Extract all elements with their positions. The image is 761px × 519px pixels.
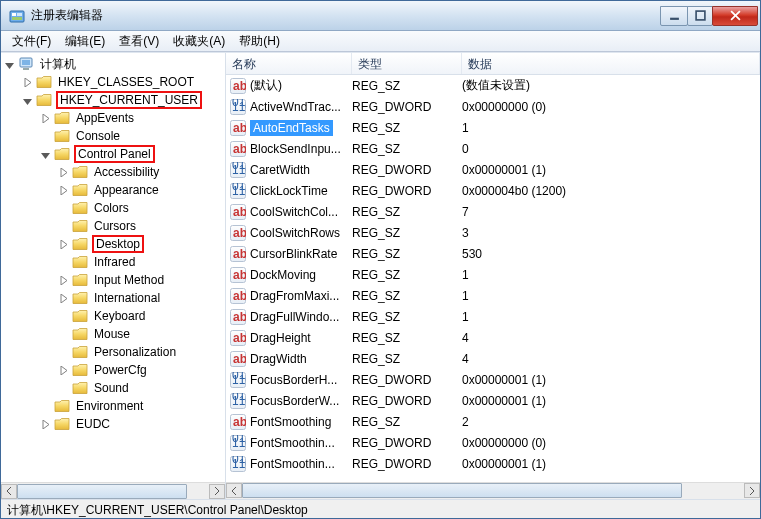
collapse-icon[interactable] [21, 94, 34, 107]
tree-item-inputmethod[interactable]: Input Method [3, 271, 225, 289]
expand-icon[interactable] [21, 76, 34, 89]
tree-item-colors[interactable]: Colors [3, 199, 225, 217]
scroll-left-icon[interactable] [1, 484, 17, 499]
folder-icon [72, 273, 88, 287]
tree-item-sound[interactable]: Sound [3, 379, 225, 397]
expand-icon[interactable] [57, 292, 70, 305]
tree-root-computer[interactable]: 计算机 [3, 55, 225, 73]
svg-text:ab: ab [233, 268, 246, 282]
value-name: FontSmoothin... [250, 457, 352, 471]
tree-item-eudc[interactable]: EUDC [3, 415, 225, 433]
column-header-name[interactable]: 名称 [226, 53, 352, 74]
scrollbar-thumb[interactable] [17, 484, 187, 499]
expand-icon[interactable] [39, 112, 52, 125]
tree-item-appevents[interactable]: AppEvents [3, 109, 225, 127]
string-value-icon: ab [230, 267, 246, 283]
list-row[interactable]: ab(默认)REG_SZ(数值未设置) [226, 75, 760, 96]
scroll-left-icon[interactable] [226, 483, 242, 498]
svg-text:110: 110 [232, 163, 246, 177]
svg-rect-1 [12, 13, 16, 16]
minimize-button[interactable] [660, 6, 688, 26]
tree-item-controlpanel[interactable]: Control Panel [3, 145, 225, 163]
tree-label: HKEY_CLASSES_ROOT [56, 75, 196, 89]
list-row[interactable]: abDragWidthREG_SZ4 [226, 348, 760, 369]
column-header-type[interactable]: 类型 [352, 53, 462, 74]
expand-icon[interactable] [57, 184, 70, 197]
list-row[interactable]: abCoolSwitchRowsREG_SZ3 [226, 222, 760, 243]
tree-item-environment[interactable]: Environment [3, 397, 225, 415]
list-row[interactable]: 011110FontSmoothin...REG_DWORD0x00000001… [226, 453, 760, 474]
string-value-icon: ab [230, 351, 246, 367]
tree-horizontal-scrollbar[interactable] [1, 482, 225, 499]
folder-icon [54, 147, 70, 161]
list-row[interactable]: abDragFromMaxi...REG_SZ1 [226, 285, 760, 306]
tree-item-desktop[interactable]: Desktop [3, 235, 225, 253]
list-row[interactable]: 011110ClickLockTimeREG_DWORD0x000004b0 (… [226, 180, 760, 201]
list-row[interactable]: 011110ActiveWndTrac...REG_DWORD0x0000000… [226, 96, 760, 117]
value-name: DockMoving [250, 268, 352, 282]
menu-file[interactable]: 文件(F) [5, 31, 58, 52]
scroll-right-icon[interactable] [744, 483, 760, 498]
list-row[interactable]: 011110CaretWidthREG_DWORD0x00000001 (1) [226, 159, 760, 180]
string-value-icon: ab [230, 246, 246, 262]
tree-item-infrared[interactable]: Infrared [3, 253, 225, 271]
tree-item-hkcu[interactable]: HKEY_CURRENT_USER [3, 91, 225, 109]
collapse-icon[interactable] [3, 58, 16, 71]
tree-item-personalization[interactable]: Personalization [3, 343, 225, 361]
menu-favorites[interactable]: 收藏夹(A) [166, 31, 232, 52]
tree-item-console[interactable]: Console [3, 127, 225, 145]
string-value-icon: ab [230, 330, 246, 346]
expand-icon[interactable] [39, 418, 52, 431]
expand-icon[interactable] [57, 238, 70, 251]
tree-item-international[interactable]: International [3, 289, 225, 307]
value-name: CaretWidth [250, 163, 352, 177]
computer-icon [18, 56, 34, 72]
expand-icon[interactable] [57, 274, 70, 287]
folder-icon [72, 219, 88, 233]
string-value-icon: ab [230, 78, 246, 94]
value-name: AutoEndTasks [250, 120, 333, 136]
maximize-button[interactable] [687, 6, 713, 26]
folder-icon [72, 327, 88, 341]
folder-icon [72, 237, 88, 251]
list-horizontal-scrollbar[interactable] [226, 482, 760, 499]
menu-edit[interactable]: 编辑(E) [58, 31, 112, 52]
menu-view[interactable]: 查看(V) [112, 31, 166, 52]
tree-item-cursors[interactable]: Cursors [3, 217, 225, 235]
value-data: 0 [462, 142, 760, 156]
expand-icon[interactable] [57, 166, 70, 179]
list-row[interactable]: abFontSmoothingREG_SZ2 [226, 411, 760, 432]
list-row[interactable]: 011110FontSmoothin...REG_DWORD0x00000000… [226, 432, 760, 453]
expand-icon[interactable] [57, 364, 70, 377]
expand-placeholder [57, 328, 70, 341]
list-row[interactable]: abCoolSwitchCol...REG_SZ7 [226, 201, 760, 222]
folder-icon [54, 399, 70, 413]
list-row[interactable]: 011110FocusBorderW...REG_DWORD0x00000001… [226, 390, 760, 411]
tree-item-keyboard[interactable]: Keyboard [3, 307, 225, 325]
scrollbar-thumb[interactable] [242, 483, 682, 498]
list-row[interactable]: abDragFullWindo...REG_SZ1 [226, 306, 760, 327]
titlebar: 注册表编辑器 [1, 1, 760, 31]
tree-item-appearance[interactable]: Appearance [3, 181, 225, 199]
list-row[interactable]: abDragHeightREG_SZ4 [226, 327, 760, 348]
list-row[interactable]: abBlockSendInpu...REG_SZ0 [226, 138, 760, 159]
list-row[interactable]: abAutoEndTasksREG_SZ1 [226, 117, 760, 138]
tree-pane[interactable]: 计算机HKEY_CLASSES_ROOTHKEY_CURRENT_USERApp… [1, 53, 226, 499]
list-row[interactable]: abCursorBlinkRateREG_SZ530 [226, 243, 760, 264]
scroll-right-icon[interactable] [209, 484, 225, 499]
svg-text:110: 110 [232, 100, 246, 114]
close-button[interactable] [712, 6, 758, 26]
tree-item-accessibility[interactable]: Accessibility [3, 163, 225, 181]
menu-help[interactable]: 帮助(H) [232, 31, 287, 52]
folder-icon [36, 93, 52, 107]
list-row[interactable]: 011110FocusBorderH...REG_DWORD0x00000001… [226, 369, 760, 390]
tree-item-mouse[interactable]: Mouse [3, 325, 225, 343]
collapse-icon[interactable] [39, 148, 52, 161]
column-header-data[interactable]: 数据 [462, 53, 760, 74]
tree-item-hkcr[interactable]: HKEY_CLASSES_ROOT [3, 73, 225, 91]
list-row[interactable]: abDockMovingREG_SZ1 [226, 264, 760, 285]
expand-placeholder [57, 310, 70, 323]
tree-label: Personalization [92, 345, 178, 359]
tree-label: 计算机 [38, 56, 78, 73]
tree-item-powercfg[interactable]: PowerCfg [3, 361, 225, 379]
